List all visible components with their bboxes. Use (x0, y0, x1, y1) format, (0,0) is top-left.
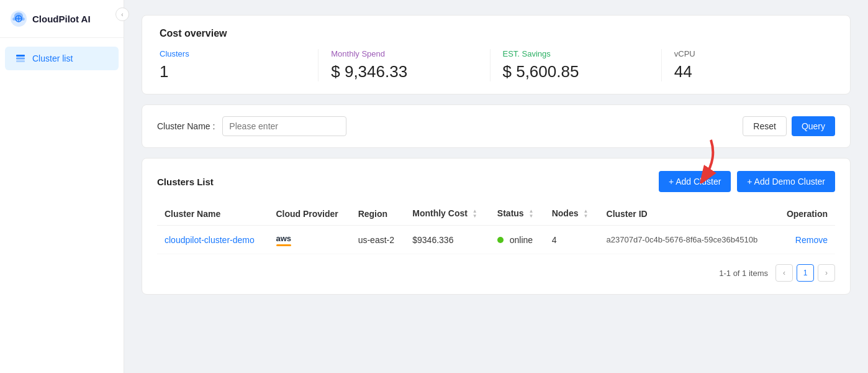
col-operation: Operation (775, 202, 835, 226)
clusters-table-wrapper: Cluster Name Cloud Provider Region Month… (157, 202, 835, 254)
col-status: Status ▲▼ (490, 202, 545, 226)
cost-overview-card: Cost overview Clusters 1 Monthly Spend $… (142, 15, 851, 94)
aws-logo: aws (276, 234, 291, 246)
metric-clusters: Clusters 1 (160, 49, 319, 81)
col-nodes: Nodes ▲▼ (545, 202, 599, 226)
cell-cloud-provider: aws (268, 226, 350, 254)
next-page-button[interactable]: › (818, 264, 835, 282)
sidebar-item-cluster-list[interactable]: Cluster list (5, 47, 119, 70)
col-region: Region (351, 202, 405, 226)
page-1-button[interactable]: 1 (797, 264, 814, 282)
status-sort-icon[interactable]: ▲▼ (529, 209, 534, 219)
clusters-table: Cluster Name Cloud Provider Region Month… (157, 202, 835, 254)
metric-monthly-spend: Monthly Spend $ 9,346.33 (319, 49, 490, 81)
metric-clusters-label: Clusters (160, 49, 305, 58)
search-card: Cluster Name : Reset Query (142, 104, 851, 148)
cloudpilot-logo-icon (10, 10, 27, 27)
search-buttons: Reset Query (743, 116, 835, 136)
col-monthly-cost: Monthly Cost ▲▼ (405, 202, 490, 226)
metric-monthly-spend-label: Monthly Spend (331, 49, 477, 58)
metric-est-savings: EST. Savings $ 5,600.85 (491, 49, 662, 81)
status-online-dot (497, 237, 504, 243)
col-cluster-id: Cluster ID (599, 202, 776, 226)
clusters-header: Clusters List + Add Cluster + Add Demo C… (157, 171, 835, 192)
col-cloud-provider: Cloud Provider (268, 202, 350, 226)
status-online-text: online (510, 235, 533, 245)
sidebar: CloudPilot AI Cluster list (0, 0, 124, 373)
clusters-list-card: Clusters List + Add Cluster + Add Demo C… (142, 158, 851, 295)
app-logo: CloudPilot AI (0, 0, 124, 38)
sidebar-nav: Cluster list (0, 38, 124, 79)
prev-page-button[interactable]: ‹ (775, 264, 793, 282)
cell-monthly-cost: $9346.336 (405, 226, 490, 254)
add-demo-cluster-button[interactable]: + Add Demo Cluster (737, 171, 835, 192)
cost-metrics: Clusters 1 Monthly Spend $ 9,346.33 EST.… (160, 49, 833, 81)
cell-region: us-east-2 (351, 226, 405, 254)
metric-est-savings-value: $ 5,600.85 (503, 62, 649, 81)
reset-button[interactable]: Reset (743, 116, 787, 136)
cell-cluster-name: cloudpilot-cluster-demo (157, 226, 268, 254)
clusters-actions: + Add Cluster + Add Demo Cluster (659, 171, 835, 192)
svg-rect-4 (16, 55, 25, 57)
search-form: Cluster Name : (157, 116, 346, 136)
sidebar-item-label-cluster-list: Cluster list (32, 53, 73, 63)
query-button[interactable]: Query (792, 116, 835, 136)
cell-status: online (490, 226, 545, 254)
pagination: 1-1 of 1 items ‹ 1 › (157, 264, 835, 282)
cell-cluster-id: a23707d7-0c4b-5676-8f6a-59ce36b4510b (599, 226, 776, 254)
pagination-info: 1-1 of 1 items (719, 269, 768, 278)
table-body: cloudpilot-cluster-demo aws us-east-2 $9… (157, 226, 835, 254)
main-content: Cost overview Clusters 1 Monthly Spend $… (124, 0, 868, 373)
metric-clusters-value: 1 (160, 62, 305, 81)
metric-vcpu: vCPU 44 (662, 49, 833, 81)
cluster-name-link[interactable]: cloudpilot-cluster-demo (165, 235, 255, 245)
metric-vcpu-value: 44 (674, 62, 820, 81)
cluster-name-label: Cluster Name : (157, 121, 215, 131)
monthly-cost-sort-icon[interactable]: ▲▼ (472, 209, 477, 219)
metric-est-savings-label: EST. Savings (503, 49, 649, 58)
table-header: Cluster Name Cloud Provider Region Month… (157, 202, 835, 226)
cluster-list-icon (15, 53, 26, 64)
aws-underline (276, 244, 291, 246)
add-cluster-button[interactable]: + Add Cluster (659, 171, 731, 192)
metric-vcpu-label: vCPU (674, 49, 820, 58)
nodes-sort-icon[interactable]: ▲▼ (583, 209, 588, 219)
table-row: cloudpilot-cluster-demo aws us-east-2 $9… (157, 226, 835, 254)
clusters-list-title: Clusters List (157, 177, 214, 187)
svg-rect-5 (16, 58, 25, 60)
remove-button[interactable]: Remove (795, 235, 828, 245)
cluster-name-input[interactable] (222, 116, 346, 136)
cell-nodes: 4 (545, 226, 599, 254)
metric-monthly-spend-value: $ 9,346.33 (331, 62, 477, 81)
app-name: CloudPilot AI (32, 14, 91, 24)
col-cluster-name: Cluster Name (157, 202, 268, 226)
cell-operation: Remove (775, 226, 835, 254)
cost-overview-title: Cost overview (160, 28, 833, 39)
sidebar-collapse-button[interactable]: ‹ (115, 7, 129, 21)
svg-rect-6 (16, 60, 25, 62)
